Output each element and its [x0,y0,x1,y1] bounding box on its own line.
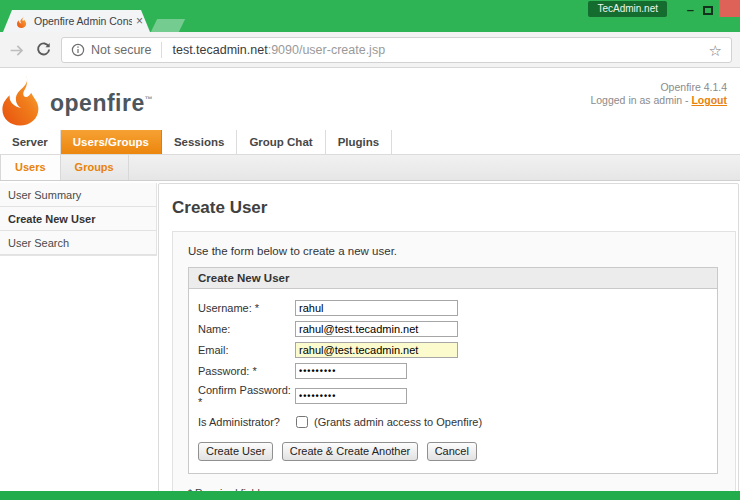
openfire-favicon-icon [16,15,29,28]
main-nav: Server Users/Groups Sessions Group Chat … [0,130,740,155]
security-label: Not secure [91,43,151,57]
tab-users-groups[interactable]: Users/Groups [61,130,162,154]
version-label: Openfire 4.1.4 [590,81,727,94]
is-administrator-label: Is Administrator? [198,416,295,428]
confirm-password-input[interactable] [295,388,407,404]
sidebar-item-create-new-user[interactable]: Create New User [0,207,156,231]
name-row: Name: [198,321,708,337]
tab-sessions[interactable]: Sessions [162,130,238,154]
new-tab-button[interactable] [151,19,185,32]
url-path: :9090/user-create.jsp [268,43,385,57]
sidebar-item-user-summary[interactable]: User Summary [0,183,156,207]
name-input[interactable] [295,321,458,337]
login-prefix: Logged in as admin - [590,94,688,106]
bookmark-star-icon[interactable]: ☆ [709,43,722,58]
username-row: Username: * [198,300,708,316]
is-administrator-checkbox[interactable] [296,416,308,428]
tab-plugins[interactable]: Plugins [326,130,393,154]
tab-title: Openfire Admin Console [34,15,132,27]
login-status: Logged in as admin - Logout [590,94,727,107]
email-label: Email: [198,344,295,356]
main-content: Create User Use the form below to create… [158,183,739,500]
url-host: test.tecadmin.net [172,43,267,57]
confirm-password-row: Confirm Password: * [198,384,708,408]
name-label: Name: [198,323,295,335]
tab-close-icon[interactable]: × [136,15,143,27]
password-input[interactable] [295,363,407,379]
reload-icon[interactable] [35,41,52,58]
page-content: openfire™ Openfire 4.1.4 Logged in as ad… [0,68,740,491]
email-input[interactable] [295,342,458,358]
logout-link[interactable]: Logout [691,94,727,106]
trademark-symbol: ™ [145,95,154,104]
password-label: Password: * [198,365,295,377]
subtab-users[interactable]: Users [0,155,61,180]
page-title: Create User [172,198,736,218]
fieldset-title: Create New User [189,268,717,289]
window-maximize-icon[interactable] [703,6,713,15]
window-close-icon[interactable] [719,0,740,17]
brand-wordmark: openfire™ [50,90,153,117]
address-bar[interactable]: Not secure test.tecadmin.net:9090/user-c… [61,37,732,63]
username-label: Username: * [198,302,295,314]
watermark-badge: TecAdmin.net [588,1,667,17]
page-body: User Summary Create New User User Search… [0,183,740,493]
info-icon[interactable] [71,43,85,57]
address-divider [161,42,162,58]
create-and-create-another-button[interactable]: Create & Create Another [282,442,418,461]
sidebar-item-user-search[interactable]: User Search [0,231,156,255]
forward-arrow-icon[interactable] [8,42,25,59]
brand-text: openfire [50,90,145,116]
sub-nav: Users Groups [0,155,740,181]
openfire-logo-flame-icon [0,74,48,126]
tab-server[interactable]: Server [0,130,61,154]
subtab-groups[interactable]: Groups [61,155,129,180]
create-user-button[interactable]: Create User [198,442,273,461]
footer-bar [0,491,740,500]
tab-group-chat[interactable]: Group Chat [237,130,325,154]
admin-hint: (Grants admin access to Openfire) [314,416,482,428]
create-user-panel: Use the form below to create a new user.… [172,231,736,500]
intro-text: Use the form below to create a new user. [188,245,718,257]
sidebar: User Summary Create New User User Search [0,183,157,256]
browser-titlebar: Openfire Admin Console × TecAdmin.net – [0,0,740,32]
site-header: openfire™ Openfire 4.1.4 Logged in as ad… [0,68,740,130]
password-row: Password: * [198,363,708,379]
username-input[interactable] [295,300,458,316]
window-minimize-icon[interactable]: – [687,2,694,17]
confirm-password-label: Confirm Password: * [198,384,295,408]
is-administrator-row: Is Administrator? (Grants admin access t… [198,416,708,428]
browser-toolbar: Not secure test.tecadmin.net:9090/user-c… [0,32,740,68]
email-row: Email: [198,342,708,358]
cancel-button[interactable]: Cancel [427,442,477,461]
fieldset-body: Username: * Name: Email: Passwor [189,289,717,473]
button-row: Create User Create & Create Another Canc… [198,441,708,461]
create-user-fieldset: Create New User Username: * Name: Email: [188,267,718,474]
browser-tab[interactable]: Openfire Admin Console × [3,10,150,32]
header-info: Openfire 4.1.4 Logged in as admin - Logo… [590,81,727,107]
